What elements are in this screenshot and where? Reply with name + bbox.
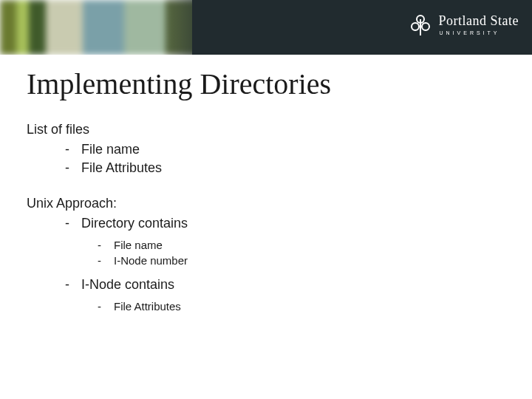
brand-sub: UNIVERSITY [440, 30, 519, 35]
list-item: File Attributes [65, 159, 505, 177]
section2-list: I-Node contains [27, 276, 505, 294]
section1-heading: List of files [27, 120, 505, 139]
list-item: File name [65, 140, 505, 159]
banner: Portland State UNIVERSITY [0, 0, 532, 55]
svg-point-1 [412, 23, 419, 30]
section2-sublist: File Attributes [27, 299, 505, 314]
banner-fade [163, 0, 222, 55]
svg-point-2 [422, 23, 429, 30]
section2-heading: Unix Approach: [27, 194, 505, 213]
slide: Portland State UNIVERSITY Implementing D… [0, 0, 532, 399]
list-item: File Attributes [98, 299, 505, 314]
slide-body: List of files File name File Attributes … [27, 120, 505, 314]
list-item: Directory contains [65, 214, 505, 233]
section2-list: Directory contains [27, 214, 505, 233]
brand-name: Portland State [439, 14, 519, 27]
interlock-icon [409, 13, 432, 35]
list-item: I-Node number [98, 253, 505, 268]
slide-title: Implementing Directories [27, 66, 505, 101]
list-item: File name [98, 237, 505, 253]
content: Implementing Directories List of files F… [27, 66, 505, 314]
brand-text: Portland State UNIVERSITY [439, 14, 519, 35]
list-item: I-Node contains [65, 276, 505, 294]
section2-sublist: File name I-Node number [27, 237, 505, 268]
brand: Portland State UNIVERSITY [409, 13, 519, 35]
section1-list: File name File Attributes [27, 140, 505, 177]
